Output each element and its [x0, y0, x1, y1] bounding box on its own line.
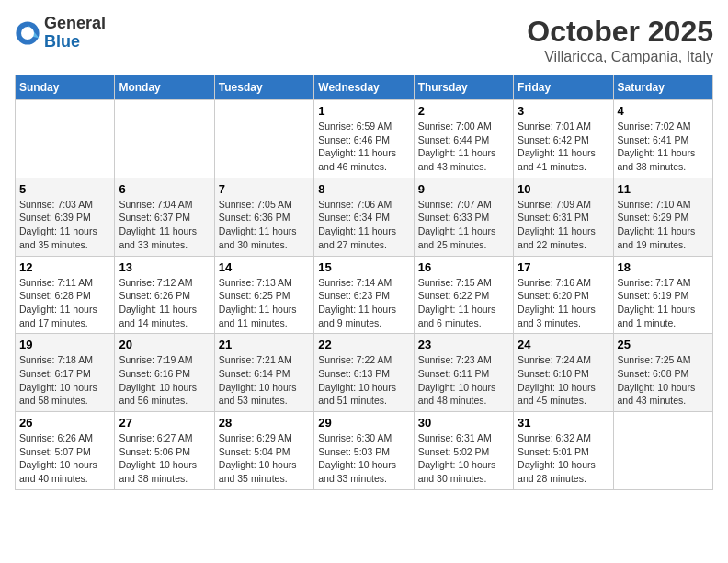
calendar-cell: 31Sunrise: 6:32 AMSunset: 5:01 PMDayligh… [514, 412, 613, 490]
day-header-tuesday: Tuesday [214, 75, 313, 100]
calendar-week-row: 12Sunrise: 7:11 AMSunset: 6:28 PMDayligh… [16, 256, 713, 334]
day-content: Sunrise: 7:10 AMSunset: 6:29 PMDaylight:… [618, 198, 709, 252]
day-number: 21 [219, 338, 310, 351]
calendar-cell: 27Sunrise: 6:27 AMSunset: 5:06 PMDayligh… [115, 412, 214, 490]
location-subtitle: Villaricca, Campania, Italy [527, 49, 713, 65]
svg-point-2 [21, 27, 34, 40]
day-content: Sunrise: 6:29 AMSunset: 5:04 PMDaylight:… [219, 431, 310, 486]
day-header-saturday: Saturday [613, 75, 712, 100]
calendar-cell: 3Sunrise: 7:01 AMSunset: 6:42 PMDaylight… [514, 100, 613, 178]
day-number: 31 [518, 416, 609, 430]
day-content: Sunrise: 7:06 AMSunset: 6:34 PMDaylight:… [318, 198, 409, 252]
day-content: Sunrise: 7:04 AMSunset: 6:37 PMDaylight:… [119, 198, 210, 252]
month-title: October 2025 [527, 15, 713, 49]
day-number: 10 [518, 182, 609, 196]
day-header-friday: Friday [514, 75, 613, 100]
day-content: Sunrise: 7:16 AMSunset: 6:20 PMDaylight:… [518, 276, 609, 330]
calendar-cell: 21Sunrise: 7:21 AMSunset: 6:14 PMDayligh… [214, 334, 313, 412]
calendar-cell: 6Sunrise: 7:04 AMSunset: 6:37 PMDaylight… [115, 178, 214, 256]
page-header: General Blue October 2025 Villaricca, Ca… [15, 15, 713, 65]
calendar-cell: 13Sunrise: 7:12 AMSunset: 6:26 PMDayligh… [115, 256, 214, 334]
day-number: 22 [318, 338, 409, 351]
day-content: Sunrise: 6:32 AMSunset: 5:01 PMDaylight:… [518, 431, 609, 486]
calendar-cell [613, 412, 712, 490]
day-content: Sunrise: 7:13 AMSunset: 6:25 PMDaylight:… [219, 276, 310, 330]
day-content: Sunrise: 7:15 AMSunset: 6:22 PMDaylight:… [418, 276, 509, 330]
day-content: Sunrise: 7:07 AMSunset: 6:33 PMDaylight:… [418, 198, 509, 252]
day-content: Sunrise: 7:00 AMSunset: 6:44 PMDaylight:… [418, 120, 509, 174]
calendar-cell: 15Sunrise: 7:14 AMSunset: 6:23 PMDayligh… [314, 256, 414, 334]
title-block: October 2025 Villaricca, Campania, Italy [527, 15, 713, 65]
day-number: 17 [518, 260, 609, 274]
day-header-thursday: Thursday [414, 75, 513, 100]
day-number: 11 [618, 182, 709, 196]
day-number: 1 [318, 104, 409, 118]
day-number: 27 [119, 416, 210, 430]
day-number: 15 [318, 260, 409, 274]
calendar-cell [214, 100, 313, 178]
calendar-cell: 1Sunrise: 6:59 AMSunset: 6:46 PMDaylight… [314, 100, 414, 178]
day-content: Sunrise: 7:09 AMSunset: 6:31 PMDaylight:… [518, 198, 609, 252]
day-content: Sunrise: 7:19 AMSunset: 6:16 PMDaylight:… [119, 353, 210, 408]
calendar-cell: 24Sunrise: 7:24 AMSunset: 6:10 PMDayligh… [514, 334, 613, 412]
day-number: 24 [518, 338, 609, 351]
logo: General Blue [15, 15, 106, 52]
day-number: 23 [418, 338, 509, 351]
day-number: 13 [119, 260, 210, 274]
day-header-wednesday: Wednesday [314, 75, 414, 100]
day-number: 2 [418, 104, 509, 118]
day-content: Sunrise: 7:22 AMSunset: 6:13 PMDaylight:… [318, 353, 409, 408]
calendar-cell: 7Sunrise: 7:05 AMSunset: 6:36 PMDaylight… [214, 178, 313, 256]
calendar-cell: 23Sunrise: 7:23 AMSunset: 6:11 PMDayligh… [414, 334, 513, 412]
day-content: Sunrise: 7:11 AMSunset: 6:28 PMDaylight:… [19, 276, 110, 330]
day-number: 5 [19, 182, 110, 196]
calendar-cell: 30Sunrise: 6:31 AMSunset: 5:02 PMDayligh… [414, 412, 513, 490]
day-number: 8 [318, 182, 409, 196]
calendar-cell: 8Sunrise: 7:06 AMSunset: 6:34 PMDaylight… [314, 178, 414, 256]
calendar-cell [115, 100, 214, 178]
calendar-cell: 28Sunrise: 6:29 AMSunset: 5:04 PMDayligh… [214, 412, 313, 490]
day-number: 14 [219, 260, 310, 274]
day-header-monday: Monday [115, 75, 214, 100]
day-content: Sunrise: 6:26 AMSunset: 5:07 PMDaylight:… [19, 431, 110, 486]
day-number: 18 [618, 260, 709, 274]
day-content: Sunrise: 7:17 AMSunset: 6:19 PMDaylight:… [618, 276, 709, 330]
calendar-cell: 4Sunrise: 7:02 AMSunset: 6:41 PMDaylight… [613, 100, 712, 178]
day-number: 20 [119, 338, 210, 351]
calendar-cell: 17Sunrise: 7:16 AMSunset: 6:20 PMDayligh… [514, 256, 613, 334]
logo-blue-text: Blue [44, 33, 106, 52]
day-content: Sunrise: 6:59 AMSunset: 6:46 PMDaylight:… [318, 120, 409, 174]
logo-icon [15, 20, 40, 46]
calendar-cell: 19Sunrise: 7:18 AMSunset: 6:17 PMDayligh… [16, 334, 115, 412]
day-number: 6 [119, 182, 210, 196]
calendar-week-row: 19Sunrise: 7:18 AMSunset: 6:17 PMDayligh… [16, 334, 713, 412]
calendar-cell: 12Sunrise: 7:11 AMSunset: 6:28 PMDayligh… [16, 256, 115, 334]
day-content: Sunrise: 7:21 AMSunset: 6:14 PMDaylight:… [219, 353, 310, 408]
calendar-week-row: 1Sunrise: 6:59 AMSunset: 6:46 PMDaylight… [16, 100, 713, 178]
calendar-table: SundayMondayTuesdayWednesdayThursdayFrid… [15, 75, 713, 490]
calendar-cell: 10Sunrise: 7:09 AMSunset: 6:31 PMDayligh… [514, 178, 613, 256]
day-header-sunday: Sunday [16, 75, 115, 100]
day-number: 19 [19, 338, 110, 351]
calendar-cell: 20Sunrise: 7:19 AMSunset: 6:16 PMDayligh… [115, 334, 214, 412]
day-number: 25 [618, 338, 709, 351]
calendar-cell: 16Sunrise: 7:15 AMSunset: 6:22 PMDayligh… [414, 256, 513, 334]
day-number: 28 [219, 416, 310, 430]
day-content: Sunrise: 7:18 AMSunset: 6:17 PMDaylight:… [19, 353, 110, 408]
calendar-cell: 11Sunrise: 7:10 AMSunset: 6:29 PMDayligh… [613, 178, 712, 256]
logo-general-text: General [44, 15, 106, 33]
calendar-week-row: 26Sunrise: 6:26 AMSunset: 5:07 PMDayligh… [16, 412, 713, 490]
day-number: 4 [618, 104, 709, 118]
day-number: 29 [318, 416, 409, 430]
day-content: Sunrise: 7:14 AMSunset: 6:23 PMDaylight:… [318, 276, 409, 330]
day-content: Sunrise: 7:05 AMSunset: 6:36 PMDaylight:… [219, 198, 310, 252]
calendar-cell: 9Sunrise: 7:07 AMSunset: 6:33 PMDaylight… [414, 178, 513, 256]
calendar-cell: 26Sunrise: 6:26 AMSunset: 5:07 PMDayligh… [16, 412, 115, 490]
day-content: Sunrise: 7:03 AMSunset: 6:39 PMDaylight:… [19, 198, 110, 252]
day-number: 30 [418, 416, 509, 430]
day-content: Sunrise: 7:23 AMSunset: 6:11 PMDaylight:… [418, 353, 509, 408]
day-number: 16 [418, 260, 509, 274]
calendar-cell: 18Sunrise: 7:17 AMSunset: 6:19 PMDayligh… [613, 256, 712, 334]
day-content: Sunrise: 7:25 AMSunset: 6:08 PMDaylight:… [618, 353, 709, 408]
day-number: 9 [418, 182, 509, 196]
